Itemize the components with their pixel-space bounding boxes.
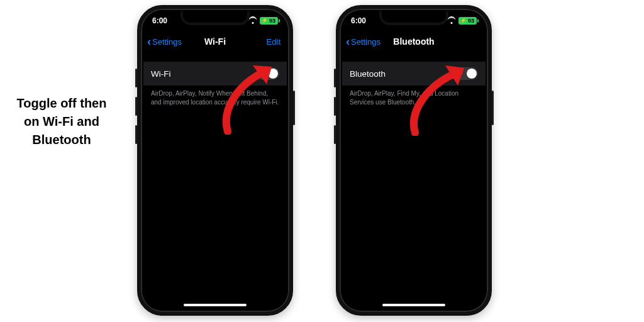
wifi-row-label: Wi-Fi (151, 69, 257, 79)
bluetooth-row: Bluetooth (342, 62, 486, 86)
phone-mockup-bluetooth: 6:00 ⚡ 93 ‹ Settings Bluetooth Bluetooth (336, 5, 492, 316)
bluetooth-toggle[interactable] (455, 67, 478, 80)
status-time: 6:00 (152, 16, 184, 25)
wifi-toggle[interactable] (257, 67, 279, 80)
nav-bar: ‹ Settings Bluetooth (342, 30, 486, 53)
wifi-row: Wi-Fi (143, 62, 287, 86)
wifi-icon (249, 18, 257, 24)
bluetooth-footnote: AirDrop, AirPlay, Find My, and Location … (342, 86, 486, 106)
bluetooth-row-label: Bluetooth (350, 69, 455, 79)
charging-icon: ⚡ (262, 18, 268, 23)
phone-mockup-wifi: 6:00 ⚡ 93 ‹ Settings Wi-Fi Edit Wi-Fi (137, 5, 293, 316)
back-label: Settings (351, 37, 380, 47)
edit-button[interactable]: Edit (267, 37, 283, 47)
battery-badge: ⚡ 93 (260, 17, 278, 25)
notch (180, 11, 250, 25)
back-label: Settings (152, 37, 182, 47)
toggle-knob (268, 69, 278, 79)
notch (379, 11, 448, 25)
battery-badge: ⚡ 93 (458, 17, 477, 25)
page-title: Bluetooth (393, 36, 434, 47)
home-indicator[interactable] (184, 304, 247, 306)
nav-bar: ‹ Settings Wi-Fi Edit (143, 30, 287, 53)
status-time: 6:00 (351, 16, 382, 25)
chevron-left-icon: ‹ (346, 36, 350, 47)
home-indicator[interactable] (382, 304, 445, 306)
battery-percent: 93 (269, 18, 275, 24)
chevron-left-icon: ‹ (147, 36, 151, 47)
back-button[interactable]: ‹ Settings (346, 36, 380, 47)
back-button[interactable]: ‹ Settings (147, 36, 182, 47)
instruction-caption: Toggle off then on Wi-Fi and Bluetooth (11, 94, 112, 149)
charging-icon: ⚡ (460, 18, 467, 23)
battery-percent: 93 (468, 18, 474, 24)
wifi-footnote: AirDrop, AirPlay, Notify When Left Behin… (143, 86, 287, 106)
wifi-icon (448, 18, 456, 24)
page-title: Wi-Fi (204, 36, 226, 47)
toggle-knob (467, 69, 477, 79)
